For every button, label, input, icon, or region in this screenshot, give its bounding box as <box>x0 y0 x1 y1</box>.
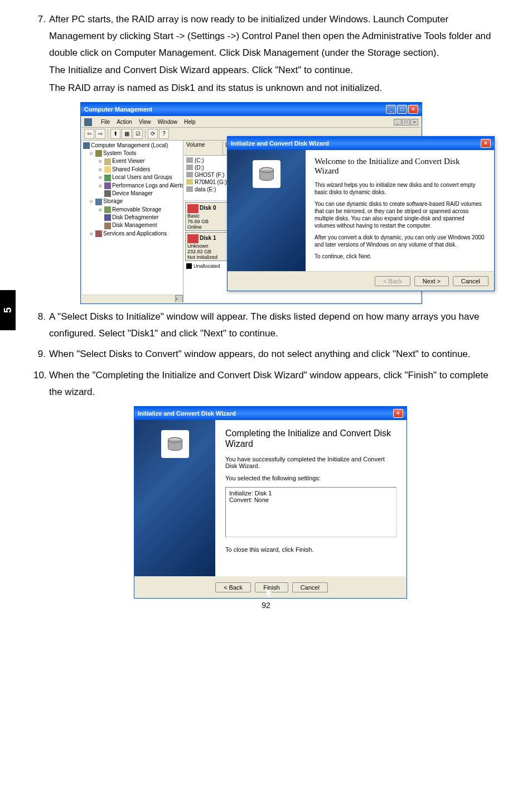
back-button[interactable]: < Back <box>215 582 251 592</box>
help-button[interactable]: ? <box>159 129 169 139</box>
disk-status: Not Initialized <box>187 254 217 260</box>
device-icon <box>104 190 111 197</box>
drive-icon <box>186 172 193 177</box>
drive-icon <box>186 186 193 192</box>
chapter-tab: 5 <box>0 290 16 330</box>
wizard-title: Initialize and Convert Disk Wizard <box>231 140 329 147</box>
finish-button[interactable]: Finish <box>255 582 288 592</box>
tree-root[interactable]: Computer Management (Local) <box>91 142 168 148</box>
step8-text: A "Select Disks to Initialize" window wi… <box>49 308 499 342</box>
back-button: < Back <box>375 276 410 286</box>
next-button[interactable]: Next > <box>414 276 449 286</box>
wizard2-title: Initialize and Convert Disk Wizard <box>138 410 236 417</box>
refresh-button[interactable]: ⟳ <box>148 129 158 139</box>
tree-defrag[interactable]: Disk Defragmenter <box>112 214 158 220</box>
volume-label: (C:) <box>195 157 204 163</box>
properties-button[interactable]: ☑ <box>133 129 143 139</box>
cancel-button[interactable]: Cancel <box>453 276 489 286</box>
menu-action[interactable]: Action <box>117 119 132 125</box>
cd-icon <box>186 179 193 185</box>
storage-icon <box>95 199 102 205</box>
wizard-heading: Welcome to the Initialize and Convert Di… <box>315 157 485 176</box>
step-10: 10. When the "Completing the Initialize … <box>33 367 499 402</box>
inner-close-button[interactable]: × <box>410 119 418 126</box>
tree-systools[interactable]: System Tools <box>103 150 136 156</box>
wizard2-close-button[interactable]: × <box>393 409 403 418</box>
step7-p3: The RAID array is named as Disk1 and its… <box>49 80 499 97</box>
instruction-list: 7. After PC starts, the RAID array is no… <box>33 11 499 98</box>
instruction-list-2: 8. A "Select Disks to Initialize" window… <box>33 308 499 402</box>
disk-status: Online <box>187 224 202 230</box>
wizard2-p2: You selected the following settings: <box>225 475 396 481</box>
wizard-titlebar[interactable]: Initialize and Convert Disk Wizard × <box>228 137 494 150</box>
tree-diskmgmt[interactable]: Disk Management <box>112 222 157 228</box>
event-icon <box>104 158 111 165</box>
tree-services[interactable]: Services and Applications <box>103 230 167 237</box>
tree-shared[interactable]: Shared Folders <box>112 166 150 172</box>
step7-p2: The Initialize and Convert Disk Wizard a… <box>49 62 499 79</box>
wizard-p1: This wizard helps you to initialize new … <box>315 181 485 196</box>
tree-perf[interactable]: Performance Logs and Alerts <box>112 182 183 189</box>
services-icon <box>95 230 102 237</box>
wizard-buttons: < Back Next > Cancel <box>228 271 494 291</box>
up-button[interactable]: ⬆ <box>110 129 120 139</box>
step-9: 9. When "Select Disks to Convert" window… <box>33 346 499 364</box>
removable-icon <box>104 206 111 213</box>
forward-button[interactable]: ⇨ <box>95 129 105 139</box>
disk-size: 76.69 GB <box>187 219 209 224</box>
minimize-button[interactable]: _ <box>386 105 396 114</box>
disk-size: 232.82 GB <box>187 249 211 254</box>
window-titlebar[interactable]: Computer Management _ □ × <box>81 103 422 116</box>
volume-label: GHOST (F:) <box>195 172 225 178</box>
menu-file[interactable]: File <box>101 119 110 125</box>
cancel-button[interactable]: Cancel <box>292 582 328 592</box>
computer-management-window: Computer Management _ □ × File Action Vi… <box>80 102 422 304</box>
back-button[interactable]: ⇦ <box>84 129 94 139</box>
inner-minimize-button[interactable]: _ <box>394 119 402 126</box>
inner-restore-button[interactable]: □ <box>402 119 410 126</box>
disk-type: Unknown <box>187 243 209 249</box>
wizard-p2: You can use dynamic disks to create soft… <box>315 200 485 229</box>
settings-line1: Initialize: Disk 1 <box>229 490 393 496</box>
volume-label: (D:) <box>195 165 204 171</box>
mmc-icon <box>84 118 92 126</box>
close-button[interactable]: × <box>408 105 418 114</box>
drive-icon <box>186 165 193 170</box>
maximize-button[interactable]: □ <box>397 105 407 114</box>
tree-storage[interactable]: Storage <box>103 198 123 204</box>
step-number: 7. <box>33 11 49 98</box>
scrollbar[interactable]: › <box>82 295 183 302</box>
wizard2-heading: Completing the Initialize and Convert Di… <box>225 428 396 449</box>
disk-name: Disk 1 <box>200 235 216 241</box>
wizard-p3: After you convert a disk to dynamic, you… <box>315 234 485 248</box>
folder-icon <box>104 166 111 173</box>
tree-event[interactable]: Event Viewer <box>112 158 145 164</box>
tree-users[interactable]: Local Users and Groups <box>112 174 172 180</box>
menu-window[interactable]: Window <box>157 119 177 125</box>
wizard2-p1: You have successfully completed the Init… <box>225 456 396 469</box>
disk-name: Disk 0 <box>200 205 216 211</box>
navigation-tree[interactable]: Computer Management (Local) ⊟System Tool… <box>82 141 183 302</box>
settings-box: Initialize: Disk 1 Convert: None <box>225 487 396 537</box>
tree-removable[interactable]: Removable Storage <box>112 206 161 213</box>
wizard2-titlebar[interactable]: Initialize and Convert Disk Wizard × <box>134 407 407 420</box>
step-number: 10. <box>33 367 49 402</box>
step10-text: When the "Completing the Initialize and … <box>49 367 499 401</box>
menu-bar: File Action View Window Help _ □ × <box>82 117 420 128</box>
drive-icon <box>186 157 193 163</box>
wizard2-sidebar <box>134 420 215 576</box>
col-volume[interactable]: Volume <box>184 141 223 155</box>
legend-swatch <box>186 263 192 269</box>
volume-label: data (E:) <box>195 186 216 192</box>
wizard-close-button[interactable]: × <box>481 139 491 148</box>
initialize-wizard-window: Initialize and Convert Disk Wizard × Wel… <box>227 136 495 291</box>
scroll-thumb[interactable]: › <box>175 295 183 302</box>
computer-icon <box>83 142 90 149</box>
menu-help[interactable]: Help <box>184 119 196 125</box>
views-button[interactable]: ▦ <box>122 129 132 139</box>
step7-p1: After PC starts, the RAID array is now r… <box>49 11 499 61</box>
menu-view[interactable]: View <box>139 119 151 125</box>
diskmgmt-icon <box>104 223 111 229</box>
step-7: 7. After PC starts, the RAID array is no… <box>33 11 499 98</box>
tree-devmgr[interactable]: Device Manager <box>112 190 153 196</box>
